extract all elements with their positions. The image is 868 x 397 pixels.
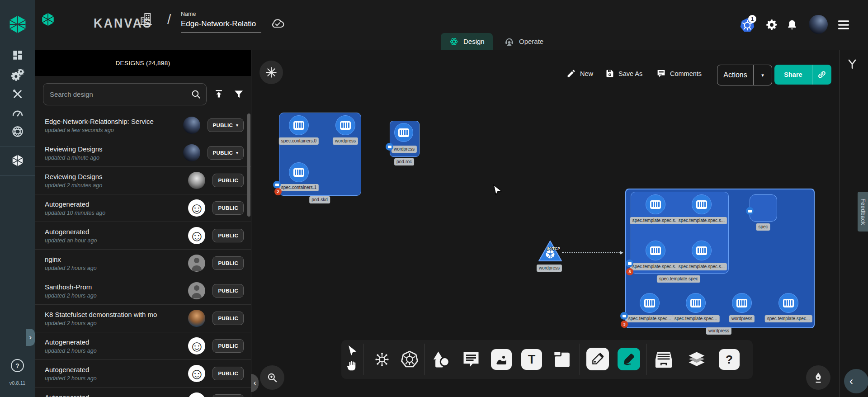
design-list-item[interactable]: Autogenerated updated 2 hours ago PUBLIC [35,332,251,360]
design-list-item[interactable]: Autogenerated updated an hour ago PUBLIC [35,222,251,250]
component-drawer-tool[interactable] [653,349,674,370]
visibility-badge[interactable]: PUBLIC [212,394,244,397]
toolkit-icon[interactable] [11,88,24,100]
tab-operate[interactable]: Operate [496,33,552,50]
container-label: wordpress [729,315,755,322]
design-name-input[interactable]: Edge-Network-Relatio [181,19,261,33]
mesh-sphere-icon[interactable] [11,125,24,138]
container-node[interactable] [692,194,712,214]
toolbar-collapse-chevron[interactable]: ‹ [251,374,259,392]
kanvas-rail-icon[interactable] [11,153,24,168]
tab-design[interactable]: Design [441,33,493,50]
select-cursor-tool[interactable] [347,345,358,356]
comment-tool[interactable] [461,350,481,369]
performance-gauge-icon[interactable] [11,108,24,118]
visibility-badge[interactable]: PUBLIC [212,229,244,242]
feedback-tab[interactable]: Feedback [858,192,868,232]
right-panel-chevron[interactable]: ‹ [844,369,868,393]
notifications-bell-icon[interactable] [786,19,798,31]
container-node[interactable] [646,194,665,214]
shapes-tool[interactable] [431,350,451,369]
canvas-home-button[interactable] [259,61,283,84]
visibility-badge[interactable]: PUBLIC [212,367,244,380]
help-tool[interactable]: ? [719,349,740,370]
zoom-in-button[interactable] [260,365,284,390]
settings-gear-icon[interactable] [765,19,778,31]
design-list-item[interactable]: Santhosh-Prom updated 2 hours ago PUBLIC [35,277,251,305]
visibility-badge[interactable]: PUBLIC [212,284,244,298]
merge-branch-icon[interactable] [846,58,858,70]
spec-node[interactable] [750,194,777,222]
error-count-badge[interactable]: 2 [274,188,282,195]
design-list-item[interactable]: Autogenerated updated 2 hours ago PUBLIC [35,360,251,388]
designs-panel: DESIGNS (24,898) Edge-Network-Relationsh… [35,50,251,397]
help-icon[interactable]: ? [11,359,24,372]
toolbar-divider [363,344,363,375]
container-node[interactable] [692,241,712,260]
visibility-badge[interactable]: PUBLIC [212,312,244,325]
layers-tool[interactable] [687,350,707,369]
hamburger-menu-icon[interactable] [838,19,849,30]
container-node[interactable] [686,293,706,313]
container-node[interactable] [640,293,660,313]
search-input[interactable] [43,84,206,105]
container-icon [650,200,661,209]
import-design-icon[interactable] [211,83,226,104]
design-list-item[interactable]: Autogenerated updated 10 minutes ago PUB… [35,194,251,222]
visibility-badge[interactable]: PUBLIC [212,174,244,187]
text-tool[interactable]: T [521,349,542,370]
new-design-button[interactable]: New [566,69,593,78]
container-node[interactable] [732,293,752,313]
container-node[interactable] [289,115,309,135]
container-node[interactable] [289,162,309,182]
filter-icon[interactable] [231,83,246,104]
design-owner-avatar [188,365,205,382]
design-list-item[interactable]: Edge-Network-Relationship: Service updat… [35,112,251,139]
container-icon [644,299,655,307]
design-list-item[interactable]: Reviewing Designs updated 2 minutes ago … [35,167,251,194]
design-list-item[interactable]: Reviewing Designs updated a minute ago P… [35,139,251,167]
design-list-item[interactable]: Autogenerated updated 2 hours ago PUBLIC [35,388,251,397]
error-count-badge[interactable]: 3 [621,321,628,328]
design-list-item[interactable]: nginx updated 2 hours ago PUBLIC [35,250,251,277]
dashboard-icon[interactable] [12,49,24,61]
design-list-item[interactable]: K8 Statefulset demonstration with mo upd… [35,305,251,332]
container-node[interactable] [394,123,413,142]
visibility-badge[interactable]: PUBLIC [212,339,244,353]
search-icon[interactable] [190,89,202,100]
container-node[interactable] [335,115,355,135]
freehand-draw-tool-active[interactable] [618,348,640,370]
panel-scrollbar[interactable] [247,113,250,217]
relationships-tool[interactable] [373,350,391,369]
comments-button[interactable]: Comments [656,69,702,78]
pen-tool[interactable] [586,348,609,370]
error-count-badge[interactable]: 3 [626,268,633,275]
container-node[interactable] [778,293,798,313]
actions-button[interactable]: Actions ▾ [717,65,772,85]
container-node[interactable] [646,241,665,260]
pan-hand-tool[interactable] [346,360,358,372]
visibility-badge[interactable]: PUBLIC [212,256,244,270]
copy-link-icon[interactable] [812,70,831,80]
chevron-left-icon: ‹ [849,375,853,388]
user-avatar[interactable] [809,15,828,34]
visibility-badge[interactable]: PUBLIC ▾ [208,146,244,160]
panel-expand-chevron[interactable]: › [26,329,35,346]
visibility-badge[interactable]: PUBLIC ▾ [208,118,244,132]
service-node[interactable] [538,240,563,263]
toolbar-divider [646,344,646,375]
save-as-button[interactable]: Save As [605,69,642,78]
breadcrumb-separator: / [167,12,171,27]
visibility-badge[interactable]: PUBLIC [212,201,244,215]
pen-mode-button[interactable] [806,365,830,390]
frame-tool[interactable] [552,349,572,370]
meshery-logo-icon[interactable] [8,14,28,35]
caret-down-icon[interactable]: ▾ [754,72,772,78]
kubernetes-components-tool[interactable] [400,350,419,369]
organization-icon[interactable] [139,12,153,26]
share-button[interactable]: Share [774,65,831,85]
search-box[interactable] [43,83,207,105]
image-tool[interactable] [491,349,512,370]
design-updated: updated 2 hours ago [45,375,188,382]
lifecycle-gears-icon[interactable] [11,68,24,81]
